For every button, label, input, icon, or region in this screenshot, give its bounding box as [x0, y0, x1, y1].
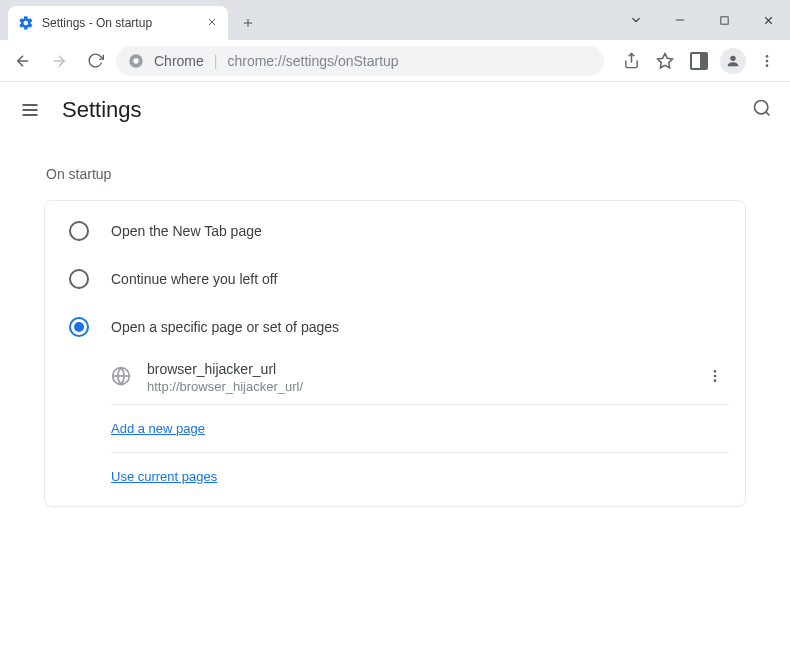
window-titlebar: Settings - On startup	[0, 0, 790, 40]
settings-header: Settings	[0, 82, 790, 138]
radio-icon	[69, 269, 89, 289]
hamburger-menu-button[interactable]	[18, 98, 42, 122]
page-more-button[interactable]	[701, 368, 729, 388]
svg-point-16	[766, 59, 769, 62]
section-title: On startup	[46, 166, 746, 182]
window-minimize-button[interactable]	[666, 6, 694, 34]
radio-icon	[69, 221, 89, 241]
back-button[interactable]	[8, 46, 38, 76]
use-current-row: Use current pages	[111, 453, 729, 500]
browser-toolbar: Chrome | chrome://settings/onStartup	[0, 40, 790, 82]
gear-icon	[18, 15, 34, 31]
kebab-menu-button[interactable]	[752, 46, 782, 76]
svg-point-11	[133, 58, 138, 63]
svg-line-22	[766, 112, 770, 116]
option-label: Open a specific page or set of pages	[111, 319, 339, 335]
tab-title: Settings - On startup	[42, 16, 198, 30]
svg-point-15	[766, 55, 769, 58]
search-settings-button[interactable]	[752, 98, 772, 122]
option-new-tab[interactable]: Open the New Tab page	[45, 207, 745, 255]
option-label: Open the New Tab page	[111, 223, 262, 239]
omnibox-url: chrome://settings/onStartup	[227, 53, 398, 69]
page-title: Settings	[62, 97, 142, 123]
startup-card: Open the New Tab page Continue where you…	[44, 200, 746, 507]
svg-point-27	[714, 379, 717, 382]
bookmark-button[interactable]	[650, 46, 680, 76]
side-panel-button[interactable]	[684, 46, 714, 76]
reload-button[interactable]	[80, 46, 110, 76]
svg-point-25	[714, 370, 717, 373]
radio-dot	[74, 322, 84, 332]
radio-icon-selected	[69, 317, 89, 337]
svg-marker-13	[658, 53, 673, 67]
tab-close-icon[interactable]	[206, 16, 218, 31]
svg-rect-5	[720, 16, 727, 23]
svg-point-17	[766, 64, 769, 67]
svg-point-14	[730, 55, 735, 60]
startup-page-row: browser_hijacker_url http://browser_hija…	[111, 351, 729, 405]
globe-icon	[111, 366, 131, 390]
pages-subsection: browser_hijacker_url http://browser_hija…	[111, 351, 729, 500]
browser-tab[interactable]: Settings - On startup	[8, 6, 228, 40]
share-button[interactable]	[616, 46, 646, 76]
profile-button[interactable]	[718, 46, 748, 76]
option-continue[interactable]: Continue where you left off	[45, 255, 745, 303]
window-search-tabs-icon[interactable]	[622, 6, 650, 34]
use-current-link[interactable]: Use current pages	[111, 469, 217, 484]
svg-point-26	[714, 374, 717, 377]
option-specific-pages[interactable]: Open a specific page or set of pages	[45, 303, 745, 351]
side-panel-icon	[690, 52, 708, 70]
window-close-button[interactable]	[754, 6, 782, 34]
page-name: browser_hijacker_url	[147, 361, 685, 377]
forward-button[interactable]	[44, 46, 74, 76]
page-url: http://browser_hijacker_url/	[147, 379, 685, 394]
option-label: Continue where you left off	[111, 271, 277, 287]
avatar-icon	[720, 48, 746, 74]
new-tab-button[interactable]	[234, 9, 262, 37]
svg-point-21	[755, 101, 768, 114]
add-page-link[interactable]: Add a new page	[111, 421, 205, 436]
content-area: On startup Open the New Tab page Continu…	[0, 138, 790, 523]
window-maximize-button[interactable]	[710, 6, 738, 34]
address-bar[interactable]: Chrome | chrome://settings/onStartup	[116, 46, 604, 76]
omnibox-separator: |	[214, 53, 218, 69]
omnibox-scheme: Chrome	[154, 53, 204, 69]
add-page-row: Add a new page	[111, 405, 729, 453]
chrome-icon	[128, 53, 144, 69]
